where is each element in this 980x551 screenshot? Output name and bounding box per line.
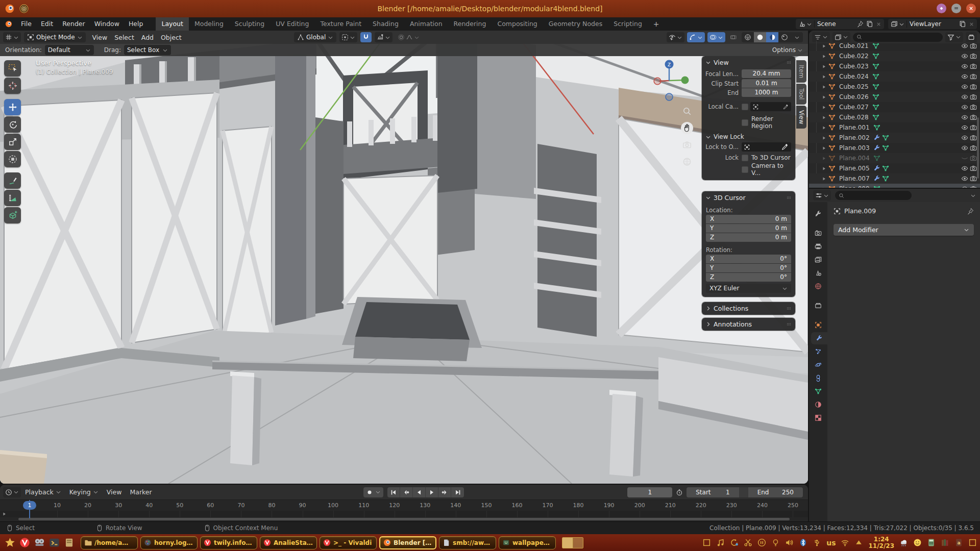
mode-selector[interactable]: Object Mode xyxy=(24,32,86,42)
object-visibility-selector[interactable] xyxy=(667,32,684,42)
camera-view-button[interactable] xyxy=(681,139,693,151)
tray-scissors[interactable] xyxy=(744,538,752,547)
properties-tab-texture[interactable] xyxy=(809,412,827,424)
playhead[interactable]: 1 xyxy=(23,501,36,510)
shading-wireframe-button[interactable] xyxy=(742,32,754,42)
panel-drag-dots[interactable] xyxy=(786,60,792,65)
taskbar-window-vivaldi[interactable]: >_ - Vivaldi xyxy=(320,536,377,549)
zoom-button[interactable] xyxy=(681,105,693,117)
jump-to-end-button[interactable] xyxy=(451,487,464,497)
window-close-button[interactable] xyxy=(966,4,976,13)
close-icon[interactable] xyxy=(876,21,881,27)
tray-volume[interactable] xyxy=(785,538,794,547)
pin-icon[interactable] xyxy=(967,208,974,215)
clip-end-field[interactable]: 1000 m xyxy=(742,88,791,97)
proportional-editing-toggle[interactable] xyxy=(396,32,422,42)
shading-rendered-button[interactable] xyxy=(778,32,791,42)
tray-keyboard-layout[interactable]: us xyxy=(826,539,836,547)
end-field[interactable]: End 250 xyxy=(748,489,803,496)
shading-dropdown[interactable] xyxy=(791,32,803,42)
cursor-panel-header[interactable]: 3D Cursor xyxy=(702,191,795,204)
workspace-tab-texture-paint[interactable]: Texture Paint xyxy=(314,17,367,31)
outliner-row-cube-024[interactable]: Cube.024 xyxy=(809,71,980,82)
outliner-scrollbar[interactable] xyxy=(977,117,979,179)
properties-tab-output[interactable] xyxy=(809,240,827,253)
outliner-row-plane-002[interactable]: Plane.002 xyxy=(809,133,980,143)
tray-calculator[interactable] xyxy=(927,538,936,547)
viewport-3d[interactable]: Object Mode ViewSelectAddObject Global xyxy=(0,31,808,484)
outliner-row-cube-028[interactable]: Cube.028 xyxy=(809,112,980,122)
timeline-ruler[interactable]: 1 11020304050607080901001101201301401501… xyxy=(0,499,808,511)
viewport-menu-add[interactable]: Add xyxy=(138,34,157,41)
timeline-menu-playback[interactable]: Playback xyxy=(21,488,65,496)
taskbar-window-twily-info[interactable]: twily.info ~/... xyxy=(200,536,257,549)
tool-select-box[interactable] xyxy=(4,60,21,77)
tray-dictionary[interactable]: a xyxy=(954,538,963,547)
menu-window[interactable]: Window xyxy=(90,17,124,31)
properties-tab-modifier[interactable] xyxy=(811,332,827,344)
tool-transform[interactable] xyxy=(4,151,21,167)
properties-tab-scene[interactable] xyxy=(809,267,827,279)
taskbar-window-horny-log[interactable]: horny.log ... xyxy=(140,536,198,549)
pin-icon[interactable] xyxy=(856,20,864,28)
timeline-editor-type-button[interactable] xyxy=(3,487,21,497)
blender-menu-icon[interactable] xyxy=(0,17,16,31)
viewlayer-selector[interactable]: ViewLayer xyxy=(888,19,977,29)
jump-to-start-button[interactable] xyxy=(387,487,400,497)
launcher-terminal[interactable] xyxy=(47,536,61,549)
snap-settings-selector[interactable] xyxy=(375,32,393,42)
launcher-star[interactable] xyxy=(3,536,16,549)
play-reverse-button[interactable] xyxy=(413,487,426,497)
workspace-tab-uv-editing[interactable]: UV Editing xyxy=(270,17,314,31)
timeline-scrollbar[interactable] xyxy=(0,517,808,521)
play-button[interactable] xyxy=(426,487,438,497)
pivot-point-selector[interactable] xyxy=(339,32,357,42)
tray-usb[interactable] xyxy=(813,538,821,547)
cursor-location-z[interactable]: Z0 m xyxy=(706,233,791,242)
tray-emoji[interactable] xyxy=(913,538,922,547)
timeline-track[interactable] xyxy=(0,511,808,517)
new-scene-icon[interactable] xyxy=(866,20,873,28)
workspace-tab-modeling[interactable]: Modeling xyxy=(189,17,229,31)
viewport-menu-select[interactable]: Select xyxy=(111,34,138,41)
ortho-toggle-button[interactable] xyxy=(681,156,693,168)
eyedropper-icon[interactable] xyxy=(783,104,789,110)
new-viewlayer-icon[interactable] xyxy=(959,20,966,28)
properties-filter-dropdown[interactable] xyxy=(970,193,976,198)
local-camera-checkbox[interactable] xyxy=(742,104,748,110)
tray-frame[interactable] xyxy=(968,538,977,547)
taskbar-window-smb-awv[interactable]: smb://awv@... xyxy=(439,536,496,549)
outliner-row-plane-005[interactable]: Plane.005 xyxy=(809,163,980,173)
launcher-vivaldi[interactable] xyxy=(18,536,31,549)
tool-rotate[interactable] xyxy=(4,116,21,133)
panel-drag-dots[interactable] xyxy=(786,195,792,201)
prev-keyframe-button[interactable] xyxy=(400,487,413,497)
properties-search-input[interactable] xyxy=(846,192,908,199)
outliner-row-plane-003[interactable]: Plane.003 xyxy=(809,143,980,153)
workspace-tab-animation[interactable]: Animation xyxy=(404,17,448,31)
editor-type-button[interactable] xyxy=(3,32,21,42)
launcher-archive[interactable] xyxy=(62,536,76,549)
tool-cursor[interactable] xyxy=(4,78,21,94)
properties-search[interactable] xyxy=(835,191,912,200)
workspace-tab-scripting[interactable]: Scripting xyxy=(608,17,648,31)
tray-weather[interactable] xyxy=(899,538,908,547)
workspace-tab-shading[interactable]: Shading xyxy=(367,17,404,31)
current-frame-field[interactable]: 1 xyxy=(627,487,672,497)
tray-sync[interactable] xyxy=(730,538,739,547)
annotations-panel[interactable]: Annotations xyxy=(702,318,795,331)
tray-books[interactable] xyxy=(941,538,949,547)
auto-key-record-button[interactable] xyxy=(363,487,383,497)
timeline-menu-keying[interactable]: Keying xyxy=(65,488,103,496)
tool-annotate[interactable] xyxy=(4,172,21,189)
next-keyframe-button[interactable] xyxy=(438,487,451,497)
properties-tab-particles[interactable] xyxy=(809,345,827,358)
cursor-rotation-z[interactable]: Z0° xyxy=(706,273,791,282)
shading-material-button[interactable] xyxy=(766,32,778,42)
outliner-row-cube-021[interactable]: Cube.021 xyxy=(809,41,980,51)
tray-music[interactable] xyxy=(716,538,725,547)
orientation-default-selector[interactable]: Default xyxy=(45,45,94,55)
outliner-row-plane-001[interactable]: Plane.001 xyxy=(809,122,980,133)
properties-tab-collection[interactable] xyxy=(809,299,827,312)
tray-triangle[interactable] xyxy=(854,538,863,547)
